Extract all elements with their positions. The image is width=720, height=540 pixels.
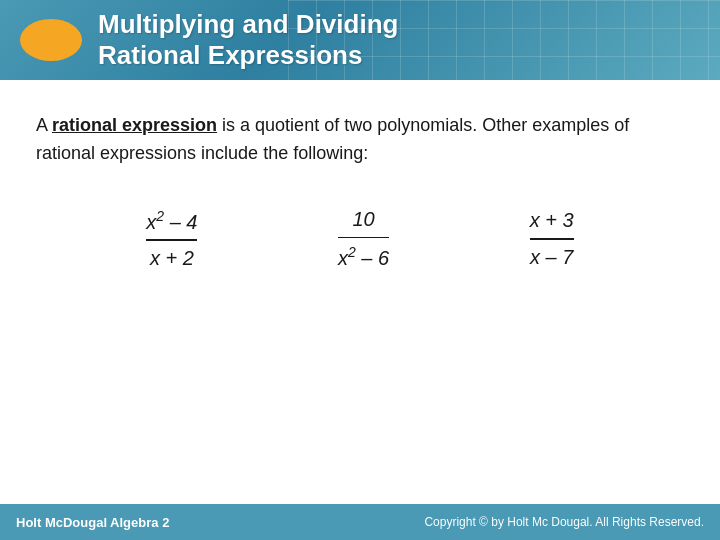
fraction-2-numerator: 10 xyxy=(352,208,374,235)
fraction-3: x + 3 x – 7 xyxy=(530,209,574,269)
fraction-3-numerator: x + 3 xyxy=(530,209,574,236)
main-content: A rational expression is a quotient of t… xyxy=(0,80,720,500)
fraction-2-line xyxy=(338,237,389,239)
fraction-1-denominator: x + 2 xyxy=(150,243,194,270)
fraction-2-denominator: x2 – 6 xyxy=(338,240,389,270)
fractions-area: x2 – 4 x + 2 10 x2 – 6 x + 3 x – 7 xyxy=(36,208,684,270)
fraction-1: x2 – 4 x + 2 xyxy=(146,208,197,270)
fraction-3-line xyxy=(530,238,574,240)
footer: Holt McDougal Algebra 2 Copyright © by H… xyxy=(0,504,720,540)
fraction-1-numerator: x2 – 4 xyxy=(146,208,197,238)
intro-paragraph: A rational expression is a quotient of t… xyxy=(36,112,684,168)
intro-term: rational expression xyxy=(52,115,217,135)
footer-right-text: Copyright © by Holt Mc Dougal. All Right… xyxy=(424,515,704,529)
footer-left-text: Holt McDougal Algebra 2 xyxy=(16,515,169,530)
header-title: Multiplying and Dividing Rational Expres… xyxy=(98,9,398,71)
fraction-3-denominator: x – 7 xyxy=(530,242,573,269)
fraction-2: 10 x2 – 6 xyxy=(338,208,389,270)
header-logo xyxy=(20,19,82,61)
intro-part1: A xyxy=(36,115,52,135)
header-title-line2: Rational Expressions xyxy=(98,40,362,70)
header-title-line1: Multiplying and Dividing xyxy=(98,9,398,39)
fraction-1-line xyxy=(146,239,197,241)
header: Multiplying and Dividing Rational Expres… xyxy=(0,0,720,80)
